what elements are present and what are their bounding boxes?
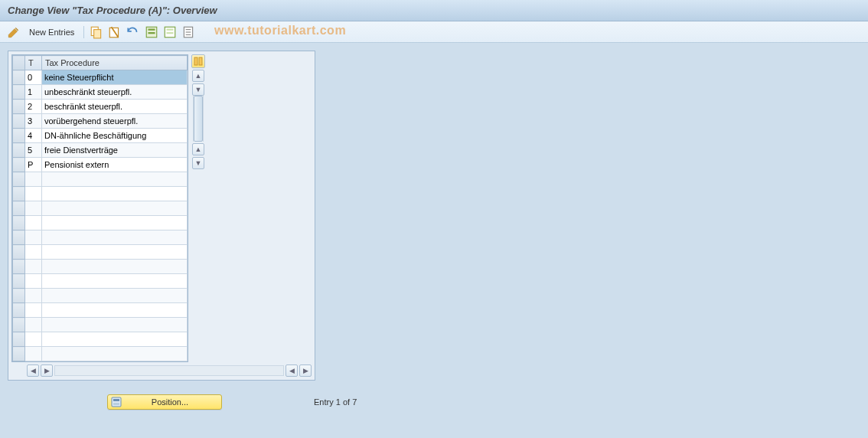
t-cell-input[interactable] <box>25 245 41 259</box>
row-selector[interactable] <box>13 70 25 85</box>
table-row <box>13 216 188 230</box>
procedure-cell-input[interactable] <box>42 114 187 128</box>
t-cell-input[interactable] <box>25 347 41 361</box>
vertical-scrollbar-track[interactable] <box>193 96 204 142</box>
scroll-right2-button[interactable]: ▶ <box>299 364 312 377</box>
row-selector[interactable] <box>13 260 25 274</box>
procedure-cell-input[interactable] <box>42 187 187 201</box>
scroll-down-button[interactable]: ▼ <box>192 83 204 96</box>
row-selector[interactable] <box>13 245 25 260</box>
procedure-cell-input[interactable] <box>42 260 187 273</box>
procedure-cell-input[interactable] <box>42 158 187 172</box>
procedure-cell-input[interactable] <box>42 318 187 332</box>
row-selector[interactable] <box>13 318 25 332</box>
position-button[interactable]: Position... <box>107 394 222 410</box>
procedure-cell-input[interactable] <box>42 100 187 113</box>
t-cell-input[interactable] <box>25 70 41 84</box>
print-icon[interactable] <box>181 25 196 40</box>
t-cell-input[interactable] <box>25 289 41 302</box>
t-cell-input[interactable] <box>25 143 41 157</box>
row-selector[interactable] <box>13 172 25 187</box>
row-selector[interactable] <box>13 274 25 289</box>
row-selector[interactable] <box>13 158 25 172</box>
table-row <box>13 274 188 289</box>
row-selector[interactable] <box>13 216 25 230</box>
select-all-icon[interactable] <box>144 25 159 40</box>
t-cell-input[interactable] <box>25 100 41 113</box>
procedure-cell-input[interactable] <box>42 347 187 361</box>
t-cell-input[interactable] <box>25 158 41 172</box>
t-cell-input[interactable] <box>25 260 41 273</box>
column-header-procedure[interactable]: Tax Procedure <box>42 56 188 70</box>
row-selector[interactable] <box>13 129 25 143</box>
table-right-controls: ▲ ▼ ▲ ▼ <box>191 54 205 169</box>
procedure-cell-input[interactable] <box>42 143 187 157</box>
procedure-cell-input[interactable] <box>42 274 187 288</box>
t-cell-input[interactable] <box>25 216 41 230</box>
scroll-down2-button[interactable]: ▼ <box>192 157 204 169</box>
t-cell-input[interactable] <box>25 85 41 99</box>
select-all-header[interactable] <box>13 56 25 70</box>
t-cell-input[interactable] <box>25 114 41 128</box>
svg-rect-9 <box>167 32 174 34</box>
table-row <box>13 260 188 274</box>
row-selector[interactable] <box>13 332 25 347</box>
procedure-cell-input[interactable] <box>42 245 187 259</box>
row-selector[interactable] <box>13 230 25 245</box>
t-cell-input[interactable] <box>25 129 41 142</box>
procedure-cell-input[interactable] <box>42 230 187 244</box>
svg-rect-5 <box>148 28 155 30</box>
delete-icon[interactable] <box>107 25 122 40</box>
row-selector[interactable] <box>13 347 25 361</box>
scroll-up-button[interactable]: ▲ <box>192 70 204 82</box>
scroll-left-button[interactable]: ◀ <box>27 364 39 377</box>
row-selector[interactable] <box>13 85 25 100</box>
procedure-cell-input[interactable] <box>42 332 187 346</box>
procedure-cell-input[interactable] <box>42 303 187 317</box>
configure-columns-icon[interactable] <box>191 54 205 68</box>
table-row <box>13 143 188 158</box>
page-title: Change View "Tax Procedure (A)": Overvie… <box>8 5 860 16</box>
t-cell-input[interactable] <box>25 318 41 332</box>
vertical-scrollbar-thumb[interactable] <box>194 96 203 142</box>
row-selector[interactable] <box>13 100 25 114</box>
svg-rect-8 <box>167 28 174 30</box>
procedure-cell-input[interactable] <box>42 289 187 302</box>
procedure-cell-input[interactable] <box>42 129 187 142</box>
new-entries-button[interactable]: New Entries <box>24 26 79 38</box>
table-row <box>13 303 188 318</box>
procedure-cell-input[interactable] <box>42 70 187 84</box>
t-cell-input[interactable] <box>25 187 41 201</box>
horizontal-scrollbar-track[interactable] <box>54 365 284 376</box>
t-cell-input[interactable] <box>25 303 41 317</box>
svg-rect-15 <box>199 57 202 65</box>
row-selector[interactable] <box>13 289 25 303</box>
scroll-left2-button[interactable]: ◀ <box>286 364 298 377</box>
scroll-right-button[interactable]: ▶ <box>41 364 53 377</box>
deselect-all-icon[interactable] <box>162 25 178 40</box>
svg-rect-18 <box>113 403 119 405</box>
row-selector[interactable] <box>13 143 25 158</box>
row-selector[interactable] <box>13 201 25 216</box>
t-cell-input[interactable] <box>25 332 41 346</box>
column-header-t[interactable]: T <box>25 56 42 70</box>
row-selector[interactable] <box>13 303 25 318</box>
entry-count-text: Entry 1 of 7 <box>314 397 357 407</box>
procedure-cell-input[interactable] <box>42 201 187 215</box>
procedure-cell-input[interactable] <box>42 216 187 230</box>
change-mode-icon[interactable] <box>6 25 21 40</box>
copy-icon[interactable] <box>89 25 104 40</box>
procedure-cell-input[interactable] <box>42 85 187 99</box>
scroll-up2-button[interactable]: ▲ <box>192 143 204 155</box>
position-button-label: Position... <box>125 397 215 407</box>
row-selector[interactable] <box>13 187 25 201</box>
table-row <box>13 230 188 245</box>
procedure-cell-input[interactable] <box>42 172 187 186</box>
t-cell-input[interactable] <box>25 172 41 186</box>
t-cell-input[interactable] <box>25 230 41 244</box>
t-cell-input[interactable] <box>25 274 41 288</box>
undo-icon[interactable] <box>126 25 141 40</box>
t-cell-input[interactable] <box>25 201 41 215</box>
table-row <box>13 172 188 187</box>
row-selector[interactable] <box>13 114 25 129</box>
